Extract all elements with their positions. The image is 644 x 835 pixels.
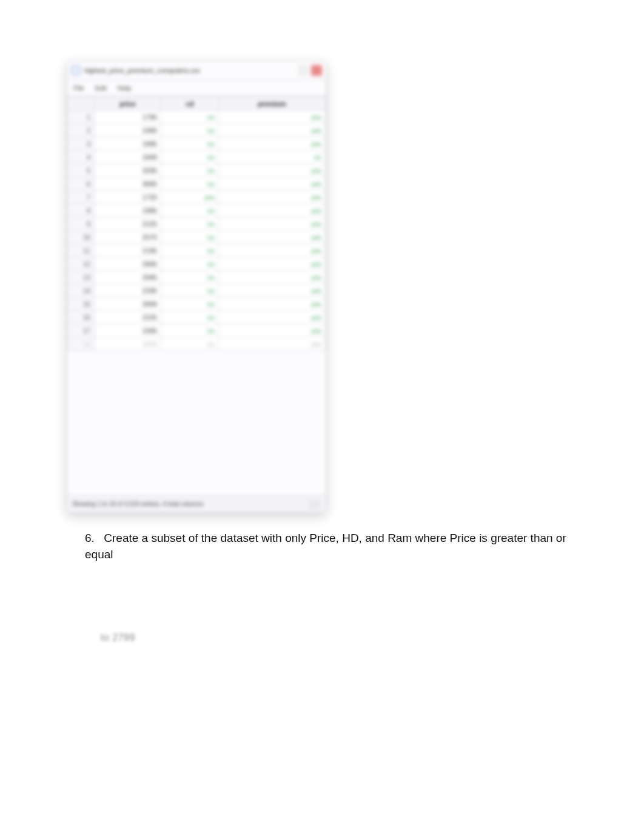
- cell-cd[interactable]: no: [161, 124, 219, 137]
- cell-cd[interactable]: no: [161, 324, 219, 337]
- cell-premium[interactable]: yes: [219, 231, 326, 244]
- cell-premium[interactable]: yes: [219, 284, 326, 297]
- cell-price[interactable]: 1995: [95, 124, 161, 137]
- cell-cd[interactable]: no: [161, 204, 219, 217]
- row-header[interactable]: 4: [68, 150, 95, 164]
- cell-premium[interactable]: yes: [219, 137, 326, 150]
- row-header[interactable]: 18: [68, 337, 95, 351]
- table-row[interactable]: 41849nono: [68, 150, 326, 164]
- table-row[interactable]: 81995noyes: [68, 204, 326, 217]
- cell-price[interactable]: 1795: [95, 110, 161, 124]
- row-header[interactable]: 15: [68, 297, 95, 311]
- close-button[interactable]: [311, 65, 322, 76]
- cell-premium[interactable]: yes: [219, 257, 326, 271]
- row-header[interactable]: 5: [68, 164, 95, 177]
- menu-item-edit[interactable]: Edit: [95, 84, 107, 92]
- table-row[interactable]: 182325noyes: [68, 337, 326, 351]
- cell-premium[interactable]: yes: [219, 204, 326, 217]
- cell-price[interactable]: 2605: [95, 257, 161, 271]
- cell-price[interactable]: 2195: [95, 244, 161, 257]
- cell-premium[interactable]: no: [219, 150, 326, 164]
- table-row[interactable]: 92225noyes: [68, 217, 326, 231]
- table-row[interactable]: 31895noyes: [68, 137, 326, 150]
- col-header-cd[interactable]: cd: [161, 97, 219, 110]
- menu-item-file[interactable]: File: [73, 84, 84, 92]
- cell-cd[interactable]: no: [161, 137, 219, 150]
- cell-price[interactable]: 2225: [95, 311, 161, 324]
- cell-cd[interactable]: no: [161, 177, 219, 191]
- cell-price[interactable]: 2225: [95, 217, 161, 231]
- cell-cd[interactable]: no: [161, 271, 219, 284]
- table-row[interactable]: 132045noyes: [68, 271, 326, 284]
- cell-premium[interactable]: yes: [219, 177, 326, 191]
- table-row[interactable]: 102575noyes: [68, 231, 326, 244]
- row-header[interactable]: 2: [68, 124, 95, 137]
- cell-cd[interactable]: yes: [161, 191, 219, 204]
- table-row[interactable]: 63695noyes: [68, 177, 326, 191]
- cell-price[interactable]: 1895: [95, 137, 161, 150]
- cell-price[interactable]: 2295: [95, 284, 161, 297]
- cell-premium[interactable]: yes: [219, 297, 326, 311]
- cell-premium[interactable]: yes: [219, 311, 326, 324]
- menu-item-help[interactable]: Help: [118, 84, 132, 92]
- cell-price[interactable]: 3695: [95, 177, 161, 191]
- cell-cd[interactable]: no: [161, 110, 219, 124]
- data-grid[interactable]: price cd premium 11795noyes21995noyes318…: [67, 96, 326, 493]
- cell-price[interactable]: 1595: [95, 324, 161, 337]
- cell-cd[interactable]: no: [161, 311, 219, 324]
- cell-price[interactable]: 1720: [95, 191, 161, 204]
- cell-premium[interactable]: yes: [219, 271, 326, 284]
- row-header[interactable]: 10: [68, 231, 95, 244]
- cell-cd[interactable]: no: [161, 244, 219, 257]
- cell-premium[interactable]: yes: [219, 164, 326, 177]
- table-row[interactable]: 11795noyes: [68, 110, 326, 124]
- cell-price[interactable]: 2325: [95, 337, 161, 351]
- row-header[interactable]: 13: [68, 271, 95, 284]
- col-header-premium[interactable]: premium: [219, 97, 326, 110]
- cell-price[interactable]: 3295: [95, 164, 161, 177]
- row-header[interactable]: 7: [68, 191, 95, 204]
- table-row[interactable]: 112195noyes: [68, 244, 326, 257]
- cell-premium[interactable]: yes: [219, 244, 326, 257]
- table-row[interactable]: 122605noyes: [68, 257, 326, 271]
- cell-premium[interactable]: yes: [219, 124, 326, 137]
- cell-cd[interactable]: no: [161, 297, 219, 311]
- cell-price[interactable]: 1849: [95, 150, 161, 164]
- row-header[interactable]: 14: [68, 284, 95, 297]
- row-header[interactable]: 3: [68, 137, 95, 150]
- cell-cd[interactable]: no: [161, 164, 219, 177]
- table-row[interactable]: 142295noyes: [68, 284, 326, 297]
- row-header[interactable]: 12: [68, 257, 95, 271]
- cell-price[interactable]: 2575: [95, 231, 161, 244]
- row-header[interactable]: 8: [68, 204, 95, 217]
- cell-price[interactable]: 1995: [95, 204, 161, 217]
- row-header[interactable]: 6: [68, 177, 95, 191]
- cell-premium[interactable]: yes: [219, 217, 326, 231]
- cell-premium[interactable]: yes: [219, 110, 326, 124]
- row-header[interactable]: 9: [68, 217, 95, 231]
- cell-cd[interactable]: no: [161, 217, 219, 231]
- cell-premium[interactable]: yes: [219, 324, 326, 337]
- cell-cd[interactable]: no: [161, 231, 219, 244]
- cell-price[interactable]: 2699: [95, 297, 161, 311]
- table-row[interactable]: 53295noyes: [68, 164, 326, 177]
- minimize-button[interactable]: [298, 65, 309, 76]
- col-header-price[interactable]: price: [95, 97, 161, 110]
- table-row[interactable]: 71720yesyes: [68, 191, 326, 204]
- table-row[interactable]: 171595noyes: [68, 324, 326, 337]
- table-row[interactable]: 152699noyes: [68, 297, 326, 311]
- cell-price[interactable]: 2045: [95, 271, 161, 284]
- row-header[interactable]: 1: [68, 110, 95, 124]
- cell-premium[interactable]: yes: [219, 337, 326, 351]
- cell-cd[interactable]: no: [161, 257, 219, 271]
- titlebar: highest_price_premium_computers.csv: [67, 61, 326, 79]
- row-header[interactable]: 16: [68, 311, 95, 324]
- table-row[interactable]: 21995noyes: [68, 124, 326, 137]
- cell-premium[interactable]: yes: [219, 191, 326, 204]
- cell-cd[interactable]: no: [161, 150, 219, 164]
- row-header[interactable]: 11: [68, 244, 95, 257]
- cell-cd[interactable]: no: [161, 284, 219, 297]
- table-row[interactable]: 162225noyes: [68, 311, 326, 324]
- row-header[interactable]: 17: [68, 324, 95, 337]
- cell-cd[interactable]: no: [161, 337, 219, 351]
